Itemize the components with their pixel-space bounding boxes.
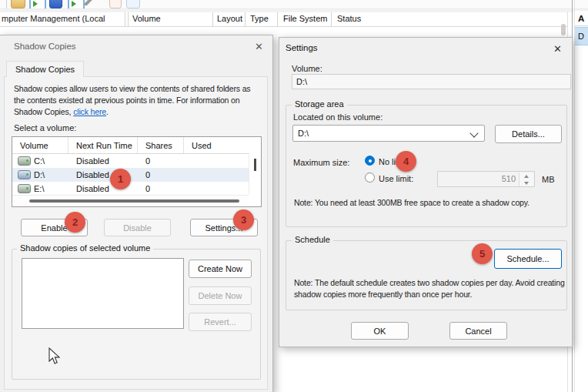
delete-now-button[interactable]: Delete Now — [189, 286, 252, 305]
chevron-down-icon — [469, 129, 478, 137]
column-separator[interactable] — [245, 12, 246, 26]
drive-icon — [18, 184, 31, 193]
click-here-link[interactable]: click here — [73, 107, 106, 116]
step-badge-3: 3 — [233, 209, 254, 230]
column-separator[interactable] — [212, 12, 213, 26]
actions-pane-selected-item[interactable]: D — [575, 27, 588, 45]
close-icon[interactable]: ✕ — [550, 42, 565, 56]
tab-shadow-copies[interactable]: Shadow Copies — [6, 61, 84, 77]
description-part1: Shadow copies allow users to view the co… — [14, 84, 250, 116]
settings-dialog: Settings ✕ Volume: D:\ Storage area Loca… — [279, 37, 573, 347]
column-separator[interactable] — [331, 12, 332, 26]
shadow-copies-group-label: Shadow copies of selected volume — [17, 243, 153, 253]
volume-label: Volume: — [292, 64, 322, 73]
disable-button[interactable]: Disable — [104, 219, 171, 236]
column-header-layout[interactable]: Layout — [217, 14, 242, 23]
table-horizontal-scrollbar[interactable] — [12, 195, 249, 206]
step-badge-2: 2 — [65, 212, 85, 233]
tab-label: Shadow Copies — [15, 65, 75, 74]
col-used[interactable]: Used — [184, 137, 247, 153]
actions-pane: A D — [575, 11, 588, 392]
actions-pane-header: A — [578, 14, 584, 23]
cell-shares: 0 — [138, 156, 184, 166]
column-separator[interactable] — [277, 12, 278, 26]
shadow-copies-dialog: Shadow Copies ✕ Shadow Copies Shadow cop… — [0, 35, 273, 392]
description-text: Shadow copies allow users to view the co… — [14, 83, 263, 118]
cancel-button[interactable]: Cancel — [449, 322, 507, 340]
toolbar-separator — [6, 0, 7, 8]
wrench-icon[interactable] — [84, 0, 95, 6]
limit-value: 510 — [502, 174, 516, 183]
step-badge-1: 1 — [110, 169, 131, 189]
ok-button[interactable]: OK — [351, 322, 409, 340]
export-list-icon[interactable] — [29, 0, 46, 9]
pane-divider — [125, 12, 125, 26]
close-icon[interactable]: ✕ — [252, 39, 266, 54]
revert-button[interactable]: Revert... — [189, 313, 252, 331]
window-icon[interactable] — [126, 0, 140, 8]
volume-table-header: Volume Next Run Time Shares Used — [12, 137, 261, 154]
table-row-e[interactable]: E:\ Disabled 0 — [12, 182, 261, 196]
mb-unit-label: MB — [542, 175, 555, 184]
show-window-icon[interactable] — [68, 0, 85, 9]
cell-volume: D:\ — [34, 170, 45, 179]
column-header-filesystem[interactable]: File System — [283, 14, 327, 23]
description-part2: . — [106, 107, 109, 116]
select-volume-label: Select a volume: — [14, 123, 76, 132]
schedule-button[interactable]: Schedule... — [494, 249, 562, 269]
actions-pane-border — [575, 25, 588, 26]
cell-next-run: Disabled — [68, 156, 138, 166]
storage-note: Note: You need at least 300MB free space… — [294, 197, 565, 209]
dialog-title: Shadow Copies — [14, 42, 76, 51]
storage-area-group-label: Storage area — [292, 99, 347, 109]
green-arrow-icon — [72, 1, 76, 7]
col-volume[interactable]: Volume — [12, 137, 68, 153]
limit-spinner[interactable]: 510 — [437, 171, 535, 187]
table-row-d-selected[interactable]: D:\ Disabled 0 — [12, 168, 261, 182]
spinner-down-icon[interactable] — [519, 179, 533, 186]
cell-shares: 0 — [138, 184, 184, 193]
table-row-c[interactable]: C:\ Disabled 0 — [12, 154, 261, 168]
help-icon[interactable] — [109, 0, 122, 8]
add-icon[interactable] — [49, 0, 62, 8]
cell-shares: 0 — [138, 170, 184, 179]
use-limit-radio[interactable] — [365, 173, 375, 183]
table-vertical-scrollbar[interactable] — [249, 153, 261, 194]
column-header-status[interactable]: Status — [337, 14, 361, 23]
located-volume-dropdown[interactable]: D:\ — [292, 125, 485, 142]
volume-table: Volume Next Run Time Shares Used C:\ Dis… — [12, 136, 262, 207]
mouse-cursor — [48, 347, 62, 367]
dialog-title: Settings — [286, 43, 318, 52]
use-limit-label: Use limit: — [379, 174, 413, 183]
list-scroll-thumb[interactable] — [561, 24, 566, 35]
column-header-type[interactable]: Type — [250, 14, 269, 23]
drive-icon — [18, 170, 31, 179]
located-label: Located on this volume: — [293, 112, 383, 122]
mmc-toolbar — [0, 0, 588, 9]
dropdown-value: D:\ — [298, 129, 309, 138]
column-header-volume[interactable]: Volume — [132, 14, 161, 23]
no-limit-radio[interactable] — [365, 156, 375, 166]
volume-value-field: D:\ — [292, 74, 571, 89]
green-arrow-icon — [33, 1, 38, 7]
details-button[interactable]: Details... — [495, 125, 562, 143]
cell-volume: C:\ — [34, 156, 45, 166]
step-badge-5: 5 — [472, 243, 493, 264]
schedule-note: Note: The default schedule creates two s… — [294, 277, 568, 300]
create-now-button[interactable]: Create Now — [189, 260, 252, 278]
shadow-copies-list[interactable] — [22, 258, 184, 329]
pane-divider — [128, 12, 129, 26]
folder-icon[interactable] — [11, 0, 25, 8]
horizontal-scroll-thumb[interactable] — [29, 199, 239, 203]
cell-volume: E:\ — [34, 184, 44, 193]
tree-pane-header: mputer Management (Local — [2, 14, 105, 23]
column-header-row: mputer Management (Local Volume Layout T… — [0, 12, 567, 27]
drive-icon — [18, 156, 31, 166]
step-badge-4: 4 — [396, 151, 416, 172]
schedule-group-label: Schedule — [292, 235, 333, 244]
col-shares[interactable]: Shares — [138, 137, 184, 153]
vertical-scroll-thumb[interactable] — [254, 159, 256, 171]
col-next-run-time[interactable]: Next Run Time — [68, 137, 138, 153]
volume-value: D:\ — [296, 77, 307, 86]
maximum-size-label: Maximum size: — [293, 158, 349, 167]
